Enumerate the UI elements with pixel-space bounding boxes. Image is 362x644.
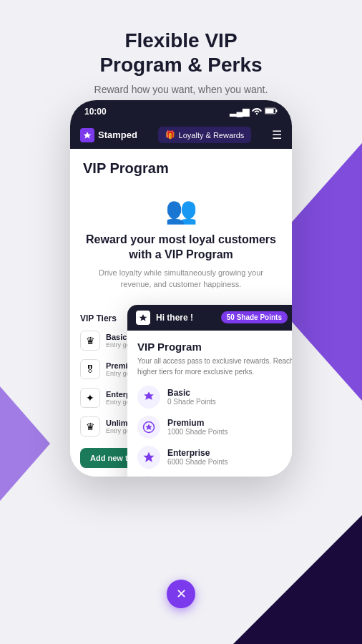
bg-decoration-left bbox=[0, 386, 50, 501]
vip-hero: 👥 Reward your most loyal customers with … bbox=[83, 188, 279, 298]
popup-tier-basic: Basic 0 Shade Points bbox=[137, 386, 292, 409]
nav-menu-icon[interactable]: ☰ bbox=[272, 128, 282, 142]
popup-vip-title: VIP Program bbox=[137, 341, 292, 353]
popup-enterprise-points: 6000 Shade Points bbox=[167, 458, 228, 466]
header-section: Flexible VIP Program & Perks Reward how … bbox=[0, 0, 362, 109]
nav-loyalty-btn[interactable]: 🎁 Loyalty & Rewards bbox=[158, 127, 252, 143]
svg-marker-4 bbox=[144, 452, 155, 462]
nav-logo: Stamped bbox=[80, 128, 137, 142]
header-title: Flexible VIP Program & Perks bbox=[29, 29, 333, 77]
popup-tier-enterprise: Enterprise 6000 Shade Points bbox=[137, 446, 292, 469]
tier-icon-basic: ♛ bbox=[80, 331, 100, 351]
popup-tier-premium: Premium 1000 Shade Points bbox=[137, 416, 292, 439]
popup-tier-icon-premium bbox=[137, 416, 160, 439]
nav-loyalty-label: Loyalty & Rewards bbox=[179, 131, 245, 140]
popup-premium-points: 1000 Shade Points bbox=[167, 428, 228, 436]
floating-close-icon: ✕ bbox=[176, 586, 187, 602]
floating-close-button[interactable]: ✕ bbox=[167, 580, 195, 608]
popup-tier-icon-basic bbox=[137, 386, 160, 409]
popup-tier-unlimited: Unlimited 30,000 Shade Points Current bbox=[137, 476, 292, 477]
popup-logo bbox=[136, 311, 150, 325]
tier-icon-premium: 🎖 bbox=[80, 359, 100, 379]
popup-tier-icon-unlimited bbox=[137, 476, 160, 477]
phone-bottom: VIP Tiers ♛ Basic Entry goal: 🎖 Premium … bbox=[70, 305, 292, 477]
vip-popup: Hi there ! 50 Shade Points ✕ VIP Program… bbox=[127, 305, 292, 477]
popup-header: Hi there ! 50 Shade Points ✕ bbox=[127, 305, 292, 331]
popup-premium-name: Premium bbox=[167, 418, 228, 428]
tier-icon-enterprise: ✦ bbox=[80, 388, 100, 408]
gift-icon: 🎁 bbox=[165, 130, 175, 140]
popup-greeting: Hi there ! bbox=[156, 313, 215, 323]
bg-decoration-bottom bbox=[233, 515, 362, 644]
popup-body: VIP Program Your all access pass to excl… bbox=[127, 331, 292, 477]
nav-brand: Stamped bbox=[98, 130, 137, 140]
vip-hero-title: Reward your most loyal customers with a … bbox=[83, 233, 279, 263]
phone-content: VIP Program 👥 Reward your most loyal cus… bbox=[70, 149, 292, 298]
tier-icon-unlimited: ♛ bbox=[80, 416, 100, 436]
page-title: VIP Program bbox=[83, 160, 279, 177]
popup-tier-icon-enterprise bbox=[137, 446, 160, 469]
popup-vip-desc: Your all access pass to exclusive reward… bbox=[137, 356, 292, 377]
nav-logo-icon bbox=[80, 128, 94, 142]
popup-points-badge: 50 Shade Points bbox=[221, 311, 288, 323]
popup-basic-name: Basic bbox=[167, 388, 216, 398]
vip-hero-desc: Drive loyalty while simultaneously growi… bbox=[83, 267, 279, 291]
nav-bar: Stamped 🎁 Loyalty & Rewards ☰ bbox=[70, 121, 292, 149]
popup-basic-points: 0 Shade Points bbox=[167, 398, 216, 406]
nav-middle: 🎁 Loyalty & Rewards bbox=[143, 127, 266, 143]
header-subtitle: Reward how you want, when you want. bbox=[29, 84, 333, 95]
vip-hero-icon: 👥 bbox=[83, 195, 279, 225]
phone-mockup: 10:00 ▂▄▆ St bbox=[70, 100, 292, 477]
popup-enterprise-name: Enterprise bbox=[167, 448, 228, 458]
